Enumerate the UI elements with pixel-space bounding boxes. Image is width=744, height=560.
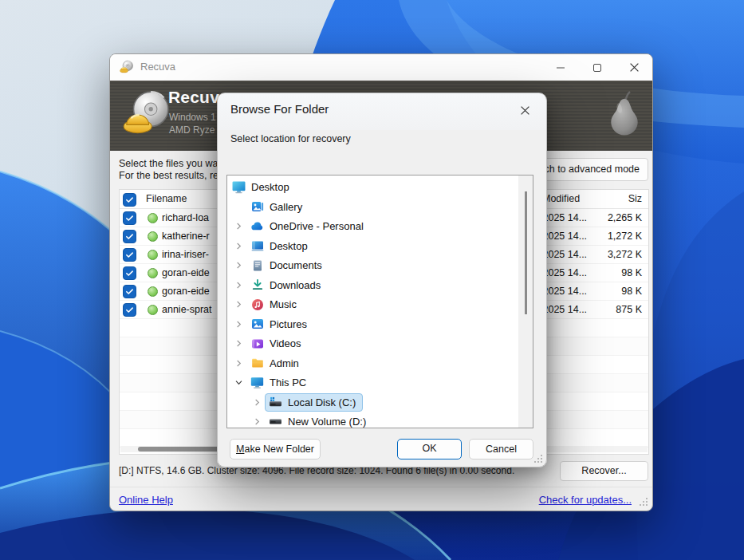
tree-item[interactable]: Admin [227, 353, 533, 373]
check-icon [125, 306, 134, 314]
tree-item[interactable]: Music [227, 294, 533, 314]
recovery-state-dot [148, 231, 158, 242]
videos-icon [250, 337, 264, 350]
tree-item[interactable]: Downloads [227, 275, 533, 295]
file-size: 98 K [621, 286, 642, 297]
tree-item[interactable]: Local Disk (C:) [227, 392, 533, 412]
tree-item-content[interactable]: Videos [246, 334, 309, 353]
tree-item-content[interactable]: Gallery [246, 198, 309, 216]
recovery-state-dot [148, 268, 158, 278]
tree-item-content[interactable]: Downloads [246, 276, 328, 294]
tree-item-content[interactable]: Desktop [228, 178, 297, 196]
file-size: 2,265 K [608, 212, 642, 223]
row-checkbox[interactable] [123, 230, 136, 243]
file-size: 98 K [621, 267, 642, 278]
row-checkbox[interactable] [123, 248, 136, 262]
tree-item-label: Downloads [270, 279, 321, 291]
chevron-right-icon[interactable] [234, 339, 243, 349]
tree-item[interactable]: Pictures [227, 314, 533, 334]
file-size: 875 K [616, 304, 642, 315]
tree-item-label: Pictures [270, 318, 307, 330]
check-icon [125, 195, 134, 204]
minimize-icon [556, 63, 565, 73]
tree-item-label: Documents [270, 259, 322, 271]
tree-item-content[interactable]: Local Disk (C:) [265, 393, 363, 412]
tree-item[interactable]: Desktop [227, 236, 533, 256]
column-filename[interactable]: Filename [146, 193, 187, 204]
check-icon [125, 269, 134, 278]
tree-item-content[interactable]: New Volume (D:) [265, 412, 373, 428]
file-name: irina-iriser- [162, 249, 209, 260]
ok-button[interactable]: OK [397, 439, 462, 459]
chevron-right-icon[interactable] [234, 241, 243, 250]
tree-item[interactable]: New Volume (D:) [227, 412, 533, 428]
row-checkbox[interactable] [123, 211, 136, 225]
tree-item[interactable]: Desktop [227, 177, 533, 197]
chevron-right-icon[interactable] [234, 300, 243, 310]
recuva-titlebar[interactable]: Recuva [110, 54, 652, 81]
chevron-right-icon[interactable] [234, 358, 243, 368]
intro-text-line1: Select the files you wan [119, 158, 222, 169]
tree-item-label: This PC [270, 377, 306, 388]
tree-item[interactable]: This PC [227, 373, 533, 392]
minimize-button[interactable] [542, 54, 579, 81]
recovery-state-dot [148, 286, 158, 297]
resize-grip-icon[interactable] [533, 454, 543, 463]
column-modified[interactable]: Modified [542, 193, 580, 204]
file-name: goran-eide [162, 267, 210, 278]
chevron-right-icon[interactable] [234, 319, 243, 329]
resize-grip-icon[interactable] [639, 497, 648, 507]
system-info-line1: Windows 1 [169, 112, 216, 123]
pictures-icon [250, 317, 264, 331]
check-for-updates-link[interactable]: Check for updates... [539, 494, 632, 506]
tree-item-content[interactable]: Desktop [246, 237, 315, 255]
dialog-close-button[interactable] [514, 101, 535, 120]
cancel-button[interactable]: Cancel [469, 439, 533, 459]
close-button[interactable] [616, 54, 652, 81]
folder-icon [250, 357, 264, 370]
tree-item-content[interactable]: Music [246, 295, 304, 314]
tree-item[interactable]: Videos [227, 333, 533, 353]
tree-item-label: Desktop [270, 240, 308, 252]
online-help-link[interactable]: Online Help [119, 494, 173, 506]
chevron-right-icon[interactable] [234, 280, 243, 290]
chevron-right-icon[interactable] [252, 417, 262, 427]
tree-item-label: OneDrive - Personal [270, 220, 364, 232]
recover-button[interactable]: Recover... [560, 461, 648, 481]
tree-item[interactable]: Gallery [227, 197, 533, 217]
chevron-right-icon[interactable] [252, 397, 262, 407]
tree-vertical-scrollbar[interactable] [518, 175, 533, 428]
system-info-line2: AMD Ryze [169, 124, 215, 136]
desktop-monitor-icon [232, 180, 246, 194]
tree-item-content[interactable]: Documents [246, 256, 329, 274]
music-icon [250, 298, 264, 311]
tree-item-content[interactable]: Pictures [246, 315, 314, 333]
check-icon [125, 250, 134, 259]
row-checkbox[interactable] [123, 285, 136, 298]
chevron-right-icon[interactable] [234, 261, 243, 270]
recovery-state-dot [148, 213, 158, 223]
column-size[interactable]: Siz [628, 193, 642, 204]
window-title: Recuva [140, 61, 175, 73]
row-checkbox[interactable] [123, 266, 136, 280]
tree-item-label: Gallery [270, 201, 302, 213]
recovery-state-dot [148, 250, 158, 260]
maximize-button[interactable] [579, 54, 616, 81]
scrollbar-thumb[interactable] [525, 191, 527, 314]
check-icon [125, 214, 134, 223]
select-all-checkbox[interactable] [123, 193, 136, 207]
tree-item-content[interactable]: This PC [246, 373, 313, 392]
make-new-folder-button[interactable]: Make New Folder [230, 439, 321, 459]
close-icon [520, 105, 530, 116]
row-checkbox[interactable] [123, 303, 136, 317]
browse-for-folder-dialog: Browse For Folder Select location for re… [217, 93, 547, 467]
tree-item-content[interactable]: OneDrive - Personal [246, 217, 371, 235]
chevron-down-icon[interactable] [234, 378, 243, 388]
file-name: katherine-r [162, 231, 210, 242]
desktop: Recuva Recuva Windows 1 AMD Ryze Select … [0, 0, 744, 560]
tree-item[interactable]: Documents [227, 255, 533, 275]
tree-item[interactable]: OneDrive - Personal [227, 216, 533, 236]
tree-item-content[interactable]: Admin [246, 354, 306, 373]
chevron-right-icon[interactable] [234, 222, 243, 231]
tree-item-label: Admin [270, 357, 299, 369]
